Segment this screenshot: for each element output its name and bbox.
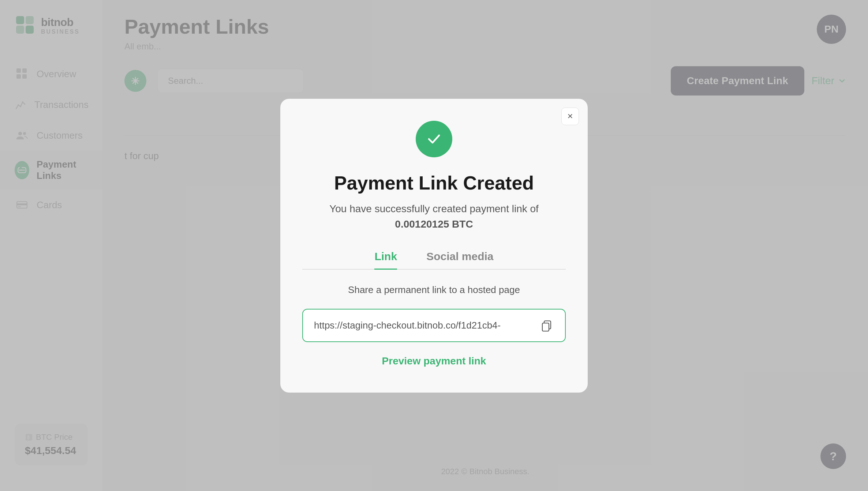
svg-rect-23 — [542, 323, 549, 331]
modal-title: Payment Link Created — [334, 172, 534, 194]
tab-social-media[interactable]: Social media — [426, 250, 493, 269]
success-icon — [416, 121, 452, 157]
close-icon: × — [567, 110, 573, 122]
modal-tabs: Link Social media — [302, 250, 566, 270]
tab-link[interactable]: Link — [374, 250, 397, 270]
modal-subtitle-line2: 0.00120125 BTC — [395, 218, 473, 230]
modal-overlay: × Payment Link Created You have successf… — [0, 0, 868, 491]
tab-link-label: Link — [374, 250, 397, 262]
tab-social-media-label: Social media — [426, 250, 493, 262]
modal-subtitle: You have successfully created payment li… — [329, 201, 539, 232]
tab-content: Share a permanent link to a hosted page … — [302, 284, 566, 367]
checkmark-icon — [424, 130, 444, 149]
copy-button[interactable] — [536, 314, 558, 336]
modal-close-button[interactable]: × — [561, 108, 579, 125]
tab-description: Share a permanent link to a hosted page — [348, 284, 520, 296]
link-input-row — [302, 309, 566, 342]
copy-icon — [539, 318, 554, 333]
link-url-input[interactable] — [310, 310, 536, 341]
modal-subtitle-line1: You have successfully created payment li… — [329, 203, 539, 214]
modal: × Payment Link Created You have successf… — [280, 99, 588, 393]
preview-payment-link[interactable]: Preview payment link — [382, 355, 486, 367]
app-shell: bitnob BUSINESS Overview — [0, 0, 868, 491]
